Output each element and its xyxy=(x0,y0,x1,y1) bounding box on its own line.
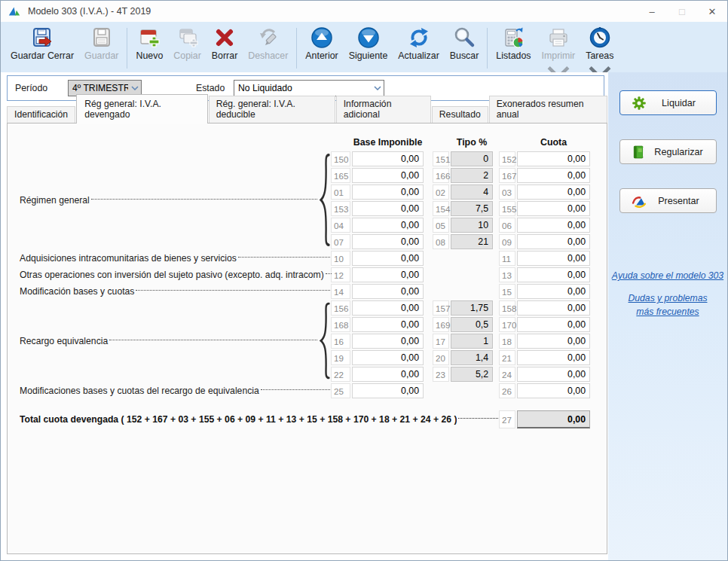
tab-strip: Identificación Rég general: I.V.A. deven… xyxy=(1,105,608,123)
field-code: 155 xyxy=(499,201,515,216)
dropdown-chevron-icon xyxy=(546,60,570,66)
base-imponible-input[interactable]: 0,00 xyxy=(352,151,424,166)
field-code: 166 xyxy=(433,168,449,183)
toolbar-separator xyxy=(296,28,297,69)
cuota-input[interactable]: 0,00 xyxy=(517,367,590,382)
new-icon xyxy=(137,26,161,50)
tab-exonerados-resumen-anual[interactable]: Exonerados resumen anual xyxy=(489,96,607,123)
toolbar-button-label: Borrar xyxy=(212,50,237,61)
base-imponible-input[interactable]: 0,00 xyxy=(352,317,424,332)
base-imponible-input[interactable]: 0,00 xyxy=(352,383,424,398)
toolbar-button-label: Listados xyxy=(496,50,531,61)
base-imponible-input[interactable]: 0,00 xyxy=(352,284,424,299)
field-code: 24 xyxy=(499,367,515,382)
delete-icon xyxy=(213,26,237,50)
field-code: 23 xyxy=(433,367,449,382)
field-code: 169 xyxy=(433,317,449,332)
base-imponible-input[interactable]: 0,00 xyxy=(352,168,424,183)
close-button[interactable]: ✕ xyxy=(697,1,727,22)
form-grid: Base ImponibleTipo %CuotaRégimen general… xyxy=(8,123,607,429)
gear-icon xyxy=(632,96,647,111)
field-code: 22 xyxy=(331,367,350,382)
cuota-input[interactable]: 0,00 xyxy=(517,300,590,316)
base-imponible-input[interactable]: 0,00 xyxy=(352,334,424,349)
cuota-input[interactable]: 0,00 xyxy=(517,168,590,183)
toolbar-button-label: Buscar xyxy=(450,50,479,61)
tab-reg-general-iva-devengado[interactable]: Rég general: I.V.A. devengado xyxy=(76,94,207,123)
content-column: Período 4º TRIMESTRE Estado No Liquidado xyxy=(1,72,608,560)
field-code: 158 xyxy=(499,300,515,316)
row-label-text: Recargo equivalencia xyxy=(20,336,108,346)
tab-informacion-adicional[interactable]: Información adicional xyxy=(336,96,431,123)
siguiente-button[interactable]: Siguiente xyxy=(344,24,393,61)
field-code: 157 xyxy=(433,300,449,316)
base-imponible-input[interactable]: 0,00 xyxy=(352,184,424,200)
field-code: 16 xyxy=(331,334,350,349)
listados-button[interactable]: Listados xyxy=(491,24,536,61)
row-label: Recargo equivalencia xyxy=(14,300,331,383)
guardar-cerrar-button[interactable]: Guardar Cerrar xyxy=(5,24,79,61)
periodo-value: 4º TRIMESTRE xyxy=(69,83,128,93)
minimize-button[interactable]: – xyxy=(637,1,667,22)
cuota-input[interactable]: 0,00 xyxy=(517,218,590,233)
toolbar-button-label: Nuevo xyxy=(136,50,163,61)
tipo-field: 0 xyxy=(451,151,493,166)
toolbar-button-label: Actualizar xyxy=(398,50,439,61)
base-imponible-input[interactable]: 0,00 xyxy=(352,267,424,282)
presentar-label: Presentar xyxy=(647,196,716,206)
base-imponible-input[interactable]: 0,00 xyxy=(352,300,424,316)
field-code: 165 xyxy=(331,168,350,183)
cuota-input[interactable]: 0,00 xyxy=(517,334,590,349)
next-icon xyxy=(356,26,381,50)
toolbar-button-label: Anterior xyxy=(305,50,338,61)
toolbar-button-label: Siguiente xyxy=(349,50,388,61)
actualizar-button[interactable]: Actualizar xyxy=(393,24,444,61)
buscar-button[interactable]: Buscar xyxy=(445,24,485,61)
cuota-input[interactable]: 0,00 xyxy=(517,267,590,282)
window-title: Modelo 303 (I.V.A.) - 4T 2019 xyxy=(28,6,637,17)
base-imponible-input[interactable]: 0,00 xyxy=(352,234,424,249)
tab-resultado[interactable]: Resultado xyxy=(432,106,488,123)
cuota-input[interactable]: 0,00 xyxy=(517,251,590,266)
field-code: 170 xyxy=(499,317,515,332)
toolbar-separator xyxy=(487,28,488,69)
tab-identificacion[interactable]: Identificación xyxy=(7,106,75,123)
base-imponible-input[interactable]: 0,00 xyxy=(352,251,424,266)
presentar-button[interactable]: Presentar xyxy=(619,188,717,213)
guardar-button: Guardar xyxy=(79,24,124,61)
cuota-input[interactable]: 0,00 xyxy=(517,383,590,398)
help-model-303-link[interactable]: Ayuda sobre el modelo 303 xyxy=(612,270,723,281)
tab-reg-general-iva-deducible[interactable]: Rég. general: I.V.A. deducible xyxy=(209,96,335,123)
cuota-input[interactable]: 0,00 xyxy=(517,201,590,216)
base-imponible-input[interactable]: 0,00 xyxy=(352,201,424,216)
cuota-input[interactable]: 0,00 xyxy=(517,317,590,332)
row-label: Régimen general xyxy=(14,151,331,250)
base-imponible-input[interactable]: 0,00 xyxy=(352,350,424,365)
nuevo-button[interactable]: Nuevo xyxy=(130,24,168,61)
cuota-input[interactable]: 0,00 xyxy=(517,284,590,299)
aeat-logo-icon xyxy=(632,194,647,209)
cuota-input[interactable]: 0,00 xyxy=(517,350,590,365)
tipo-field: 2 xyxy=(451,168,493,183)
borrar-button[interactable]: Borrar xyxy=(206,24,243,61)
action-sidebar: Liquidar Regularizar xyxy=(608,72,727,560)
anterior-button[interactable]: Anterior xyxy=(300,24,343,61)
field-code: 07 xyxy=(331,234,350,249)
faq-link[interactable]: Dudas y problemas más frecuentes xyxy=(621,291,715,319)
tipo-field: 1 xyxy=(451,334,493,349)
estado-select[interactable]: No Liquidado xyxy=(234,80,384,96)
cuota-input[interactable]: 0,00 xyxy=(517,151,590,166)
regularizar-button[interactable]: Regularizar xyxy=(619,139,717,164)
liquidar-button[interactable]: Liquidar xyxy=(619,90,717,115)
tareas-button[interactable]: Tareas xyxy=(580,24,619,66)
dropdown-chevron-icon xyxy=(588,60,612,66)
field-code: 26 xyxy=(499,383,515,398)
cuota-input[interactable]: 0,00 xyxy=(517,184,590,200)
field-code: 18 xyxy=(499,334,515,349)
field-code: 02 xyxy=(433,184,449,200)
cuota-input[interactable]: 0,00 xyxy=(517,234,590,249)
base-imponible-input[interactable]: 0,00 xyxy=(352,218,424,233)
toolbar-button-label: Imprimir xyxy=(542,50,576,61)
base-imponible-input[interactable]: 0,00 xyxy=(352,367,424,382)
field-code: 21 xyxy=(499,350,515,365)
